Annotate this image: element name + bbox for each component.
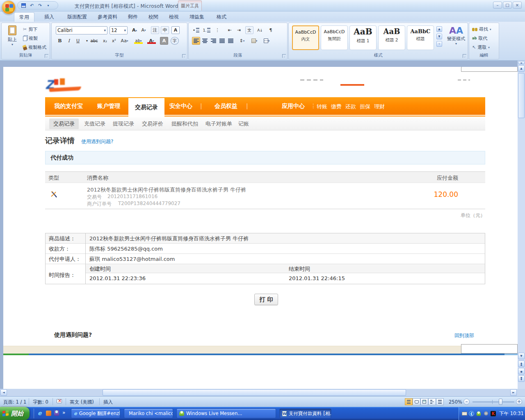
change-styles-button[interactable]: AA 變更樣式 ▾: [445, 25, 467, 46]
nav-member[interactable]: 会员权益: [215, 103, 237, 110]
asian-layout-button[interactable]: 文: [245, 26, 253, 34]
multilevel-list-button[interactable]: ⋮: [213, 26, 221, 34]
increase-indent-button[interactable]: ⇥: [235, 26, 243, 34]
save-icon[interactable]: [20, 2, 27, 9]
font-dialog-launcher[interactable]: ⌟: [182, 54, 186, 58]
scroll-down-button[interactable]: ▼: [518, 353, 525, 359]
phonetic-guide-button[interactable]: 注: [151, 26, 159, 34]
tab-view[interactable]: 檢視: [164, 12, 184, 22]
nav-finance[interactable]: 理财: [374, 103, 385, 110]
align-center-button[interactable]: [201, 37, 209, 45]
view-draft-button[interactable]: [436, 398, 444, 405]
zoom-slider-track[interactable]: [472, 402, 514, 402]
line-spacing-button[interactable]: ⇕▾: [238, 37, 246, 45]
office-button-icon[interactable]: [2, 0, 16, 14]
subnav-topup[interactable]: 充值记录: [84, 120, 105, 128]
task-google-translate[interactable]: e Google 翻譯#enzh-T...: [71, 409, 120, 418]
close-button[interactable]: ×: [513, 2, 522, 9]
scroll-right-button[interactable]: ►: [510, 389, 517, 396]
tab-references[interactable]: 參考資料: [93, 12, 122, 22]
tray-audio-icon[interactable]: [483, 411, 489, 416]
tray-clock[interactable]: 下午 10:31: [499, 411, 524, 417]
font-family-select[interactable]: Calibri ▾: [56, 26, 107, 34]
replace-button[interactable]: ab 取代: [472, 35, 487, 41]
styles-dialog-launcher[interactable]: ⌟: [463, 54, 466, 58]
grow-font-button[interactable]: A▴: [130, 26, 139, 34]
proofing-error-icon[interactable]: ✕: [57, 399, 63, 404]
qat-dropdown-icon[interactable]: ▾: [45, 2, 52, 9]
subnav-statement[interactable]: 电子对账单: [205, 120, 232, 128]
styles-scroll-up[interactable]: ▲: [436, 26, 442, 32]
subscript-button[interactable]: x₂: [101, 37, 109, 45]
subnav-withdraw[interactable]: 提现记录: [113, 120, 134, 128]
chinese-convert-button[interactable]: 中: [161, 26, 169, 34]
italic-button[interactable]: I: [65, 37, 73, 45]
scroll-left-button[interactable]: ◄: [0, 389, 7, 396]
quicklaunch-ie-icon[interactable]: e: [38, 410, 42, 416]
nav-my-alipay[interactable]: 我的支付宝: [54, 103, 83, 110]
nav-app-center[interactable]: 应用中心: [282, 103, 305, 110]
nav-transfer[interactable]: 转账: [317, 103, 327, 110]
decrease-indent-button[interactable]: ⇤: [226, 26, 234, 34]
cut-button[interactable]: ✂ 剪下: [23, 26, 37, 32]
restore-button[interactable]: □: [503, 2, 512, 9]
nav-account[interactable]: 账户管理: [97, 103, 120, 110]
paste-dropdown-icon[interactable]: ▾: [4, 43, 21, 46]
back-to-top-link[interactable]: 回到顶部: [454, 332, 474, 339]
tray-msn-icon[interactable]: [476, 411, 482, 416]
style-title[interactable]: AaBbC 標題: [407, 25, 434, 50]
nav-repay[interactable]: 还款: [345, 103, 356, 110]
font-size-select[interactable]: 12 ▾: [110, 26, 128, 34]
character-shading-button[interactable]: A: [160, 37, 168, 45]
start-button[interactable]: 開始: [0, 407, 30, 420]
style-normal[interactable]: AaBbCcD 內文: [292, 25, 319, 50]
tab-review[interactable]: 校閱: [144, 12, 163, 22]
subnav-review[interactable]: 交易评价: [142, 120, 163, 128]
browse-next-button[interactable]: ▼▼: [518, 375, 525, 382]
view-outline-button[interactable]: [428, 398, 436, 405]
sort-button[interactable]: A↓: [256, 26, 264, 34]
clipboard-dialog-launcher[interactable]: ⌟: [45, 54, 48, 58]
tab-addins[interactable]: 增益集: [185, 12, 209, 22]
paste-button[interactable]: 貼上 ▾: [4, 25, 21, 52]
browse-previous-button[interactable]: ▲▲: [518, 361, 525, 367]
subnav-reminder[interactable]: 提醒和代扣: [171, 120, 198, 128]
superscript-button[interactable]: x²: [110, 37, 118, 45]
tab-home[interactable]: 常用: [14, 12, 34, 22]
task-mariko-chat[interactable]: Mariko chi <malico53...: [124, 409, 173, 418]
task-word-document[interactable]: W 支付寶付款資料 [相...: [279, 409, 331, 418]
tray-keyboard-icon[interactable]: [461, 411, 467, 416]
enclose-characters-button[interactable]: 字: [171, 37, 179, 45]
strikethrough-button[interactable]: abc: [89, 37, 100, 45]
quicklaunch-more-icon[interactable]: »: [62, 410, 65, 415]
zoom-in-button[interactable]: +: [516, 399, 522, 405]
scroll-thumb[interactable]: [518, 73, 525, 118]
align-right-button[interactable]: [209, 37, 217, 45]
find-button[interactable]: 尋找 ▾: [472, 26, 491, 32]
font-color-button[interactable]: A▾: [146, 37, 157, 45]
hscroll-thumb[interactable]: [103, 389, 406, 396]
bold-button[interactable]: B: [56, 37, 64, 45]
view-print-layout-button[interactable]: [405, 398, 413, 405]
tab-format[interactable]: 格式: [212, 12, 231, 22]
tray-kaspersky-icon[interactable]: K: [491, 411, 496, 416]
subnav-bookkeeping[interactable]: 记账: [238, 120, 249, 128]
shrink-font-button[interactable]: A▾: [139, 26, 148, 34]
justify-button[interactable]: [218, 37, 226, 45]
copy-button[interactable]: 複製: [23, 35, 38, 41]
distribute-button[interactable]: [226, 37, 235, 45]
nav-pay-bills[interactable]: 缴费: [331, 103, 342, 110]
view-web-layout-button[interactable]: [420, 398, 428, 405]
text-highlight-button[interactable]: ab▾: [133, 37, 144, 45]
nav-guarantee[interactable]: 担保: [360, 103, 370, 110]
zoom-slider-thumb[interactable]: [499, 399, 502, 405]
tray-language-icon[interactable]: ❮: [469, 411, 474, 416]
language-indicator[interactable]: 英文 (美國): [70, 399, 94, 405]
help-link[interactable]: 使用遇到问题?: [81, 138, 113, 145]
word-count[interactable]: 字數: 0: [33, 399, 48, 405]
shading-button[interactable]: ▾: [250, 37, 258, 45]
view-fullscreen-button[interactable]: [413, 398, 420, 405]
underline-button[interactable]: U: [74, 37, 82, 45]
vertical-scrollbar[interactable]: ▬ ▲ ▼ ▲▲ ● ▼▼: [518, 61, 525, 389]
style-no-spacing[interactable]: AaBbCcD 無間距: [321, 25, 348, 50]
